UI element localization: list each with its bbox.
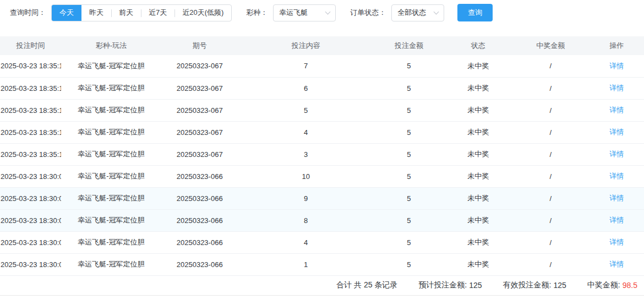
valid-bet-amount-value: 125: [554, 281, 566, 290]
cell-amount: 5: [374, 77, 445, 99]
cell-time: 2025-03-23 18:30:00: [0, 165, 61, 187]
cell-status: 未中奖: [444, 121, 512, 143]
cell-amount: 5: [374, 55, 445, 77]
cell-action: 详情: [590, 99, 644, 121]
table-row: 2025-03-23 18:30:00幸运飞艇-冠军定位胆20250323-06…: [0, 165, 644, 187]
table-row: 2025-03-23 18:30:00幸运飞艇-冠军定位胆20250323-06…: [0, 231, 644, 253]
cell-time: 2025-03-23 18:35:14: [0, 99, 61, 121]
lottery-label: 彩种：: [246, 8, 268, 18]
table-row: 2025-03-23 18:30:00幸运飞艇-冠军定位胆20250323-06…: [0, 209, 644, 231]
cell-win: /: [512, 253, 589, 275]
cell-play: 幸运飞艇-冠军定位胆: [61, 253, 161, 275]
cell-time: 2025-03-23 18:35:14: [0, 55, 61, 77]
cell-amount: 5: [374, 99, 445, 121]
expected-bet-amount-value: 125: [469, 281, 482, 290]
cell-win: /: [512, 187, 589, 209]
search-button[interactable]: 查询: [457, 4, 493, 21]
table-row: 2025-03-23 18:35:14幸运飞艇-冠军定位胆20250323-06…: [0, 143, 644, 165]
time-filter-option[interactable]: 近7天: [141, 5, 174, 21]
cell-win: /: [512, 99, 589, 121]
cell-period: 20250323-067: [161, 143, 238, 165]
cell-action: 详情: [590, 143, 644, 165]
cell-action: 详情: [590, 253, 644, 275]
cell-content: 1: [238, 253, 374, 275]
column-header: 中奖金额: [512, 36, 589, 55]
cell-status: 未中奖: [444, 55, 512, 77]
detail-link[interactable]: 详情: [609, 238, 624, 246]
cell-status: 未中奖: [444, 143, 512, 165]
order-status-label: 订单状态：: [350, 8, 386, 18]
cell-win: /: [512, 121, 589, 143]
detail-link[interactable]: 详情: [609, 194, 624, 202]
cell-status: 未中奖: [444, 187, 512, 209]
table-row: 2025-03-23 18:35:14幸运飞艇-冠军定位胆20250323-06…: [0, 77, 644, 99]
cell-action: 详情: [590, 121, 644, 143]
detail-link[interactable]: 详情: [609, 128, 624, 136]
cell-amount: 5: [374, 165, 445, 187]
cell-play: 幸运飞艇-冠军定位胆: [61, 55, 161, 77]
cell-period: 20250323-067: [161, 55, 238, 77]
time-filter-group: 今天昨天前天近7天近20天(低频): [51, 4, 232, 21]
time-filter-option[interactable]: 前天: [111, 5, 141, 21]
cell-content: 4: [238, 231, 374, 253]
cell-play: 幸运飞艇-冠军定位胆: [61, 77, 161, 99]
cell-content: 10: [238, 165, 374, 187]
detail-link[interactable]: 详情: [609, 62, 624, 70]
cell-play: 幸运飞艇-冠军定位胆: [61, 121, 161, 143]
filter-bar: 查询时间： 今天昨天前天近7天近20天(低频) 彩种： 幸运飞艇 订单状态： 全…: [0, 0, 644, 25]
cell-win: /: [512, 231, 589, 253]
cell-content: 7: [238, 55, 374, 77]
cell-play: 幸运飞艇-冠军定位胆: [61, 187, 161, 209]
cell-content: 4: [238, 121, 374, 143]
time-filter-option[interactable]: 近20天(低频): [174, 5, 231, 21]
detail-link[interactable]: 详情: [609, 150, 624, 158]
column-header: 投注金额: [374, 36, 445, 55]
cell-action: 详情: [590, 77, 644, 99]
cell-time: 2025-03-23 18:30:00: [0, 187, 61, 209]
order-status-select[interactable]: 全部状态: [391, 4, 444, 21]
cell-time: 2025-03-23 18:30:00: [0, 209, 61, 231]
cell-content: 8: [238, 209, 374, 231]
detail-link[interactable]: 详情: [609, 106, 624, 114]
column-header: 投注内容: [238, 36, 374, 55]
orders-table: 投注时间彩种-玩法期号投注内容投注金额状态中奖金额操作 2025-03-23 1…: [0, 36, 644, 276]
time-filter-option[interactable]: 昨天: [81, 5, 111, 21]
table-row: 2025-03-23 18:30:00幸运飞艇-冠军定位胆20250323-06…: [0, 187, 644, 209]
cell-period: 20250323-067: [161, 121, 238, 143]
cell-time: 2025-03-23 18:35:14: [0, 77, 61, 99]
cell-action: 详情: [590, 209, 644, 231]
cell-period: 20250323-067: [161, 77, 238, 99]
cell-time: 2025-03-23 18:35:14: [0, 121, 61, 143]
table-row: 2025-03-23 18:30:00幸运飞艇-冠军定位胆20250323-06…: [0, 253, 644, 275]
summary-bar: 合计 共 25 条记录 预计投注金额: 125 有效投注金额: 125 中奖金额…: [0, 276, 644, 296]
time-filter-option[interactable]: 今天: [52, 5, 81, 21]
table-row: 2025-03-23 18:35:14幸运飞艇-冠军定位胆20250323-06…: [0, 55, 644, 77]
detail-link[interactable]: 详情: [609, 172, 624, 180]
cell-period: 20250323-066: [161, 253, 238, 275]
detail-link[interactable]: 详情: [609, 216, 624, 224]
cell-content: 3: [238, 143, 374, 165]
column-header: 状态: [444, 36, 512, 55]
lottery-select[interactable]: 幸运飞艇: [273, 4, 336, 21]
detail-link[interactable]: 详情: [609, 260, 624, 268]
cell-win: /: [512, 55, 589, 77]
time-filter-label: 查询时间：: [10, 8, 46, 18]
order-status-select-value: 全部状态: [397, 8, 426, 18]
cell-play: 幸运飞艇-冠军定位胆: [61, 143, 161, 165]
valid-bet-amount-label: 有效投注金额:: [503, 280, 552, 290]
valid-bet-amount: 有效投注金额: 125: [503, 280, 566, 290]
cell-win: /: [512, 165, 589, 187]
cell-win: /: [512, 209, 589, 231]
table-row: 2025-03-23 18:35:14幸运飞艇-冠军定位胆20250323-06…: [0, 121, 644, 143]
expected-bet-amount: 预计投注金额: 125: [418, 280, 482, 290]
cell-status: 未中奖: [444, 77, 512, 99]
cell-time: 2025-03-23 18:30:00: [0, 253, 61, 275]
cell-period: 20250323-066: [161, 165, 238, 187]
cell-period: 20250323-066: [161, 209, 238, 231]
cell-content: 9: [238, 187, 374, 209]
win-amount-label: 中奖金额:: [587, 280, 620, 290]
table-header-row: 投注时间彩种-玩法期号投注内容投注金额状态中奖金额操作: [0, 36, 644, 55]
table-row: 2025-03-23 18:35:14幸运飞艇-冠军定位胆20250323-06…: [0, 99, 644, 121]
detail-link[interactable]: 详情: [609, 84, 624, 92]
chevron-down-icon: [325, 9, 331, 15]
